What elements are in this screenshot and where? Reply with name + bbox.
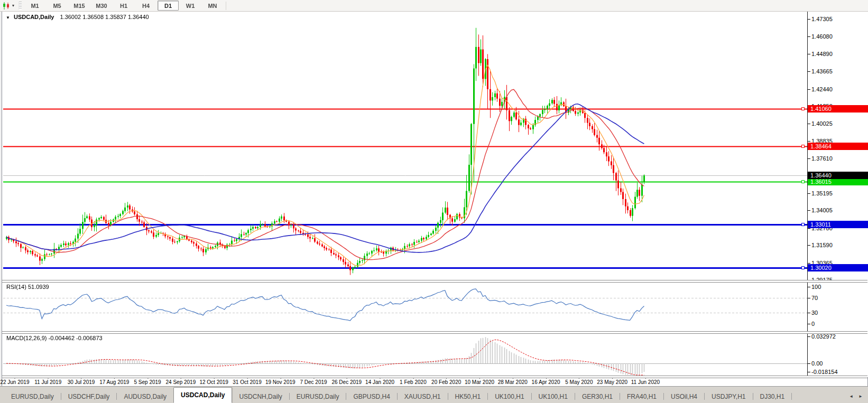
price-level-badge: 1.33011 — [808, 221, 868, 228]
timeframe-button-m15[interactable]: M15 — [69, 1, 90, 11]
timeframe-button-h1[interactable]: H1 — [113, 1, 134, 11]
tab-scroll-arrows: ◄► — [849, 394, 868, 403]
date-tick-label: 5 Sep 2019 — [134, 379, 161, 385]
rsi-axis-label: 30 — [811, 310, 818, 316]
price-level-badge: 1.41060 — [808, 105, 868, 113]
toolbar-grip[interactable] — [19, 2, 22, 10]
date-tick-label: 23 May 2020 — [597, 379, 627, 385]
chart-tab-uk100-h1[interactable]: UK100,H1 — [488, 390, 531, 403]
price-tick-label: 1.35195 — [811, 190, 833, 196]
price-tick-label: 1.44890 — [811, 51, 833, 57]
timeframe-button-w1[interactable]: W1 — [180, 1, 201, 11]
price-axis[interactable]: 1.473051.460801.448901.436651.424401.412… — [807, 12, 868, 377]
timeframe-button-m1[interactable]: M1 — [24, 1, 45, 11]
macd-axis-label: 0.032972 — [811, 333, 836, 340]
date-tick-label: 1 Feb 2020 — [400, 379, 427, 385]
date-tick-label: 5 May 2020 — [565, 379, 593, 385]
price-tick-label: 1.43665 — [811, 68, 833, 74]
chart-tab-usdcad-daily[interactable]: USDCAD,Daily — [173, 387, 232, 403]
price-level-badge: 1.30020 — [808, 264, 868, 271]
date-tick-label: 22 Jun 2019 — [0, 379, 29, 385]
date-tick-label: 20 Feb 2020 — [431, 379, 461, 385]
timeframe-buttons: M1M5M15M30H1H4D1W1MN — [24, 1, 224, 11]
date-tick-label: 10 Mar 2020 — [465, 379, 494, 385]
date-tick-label: 17 Aug 2019 — [99, 379, 129, 385]
current-price-badge: 1.36440 — [808, 172, 868, 179]
chart-tab-usdjpy-h1[interactable]: USDJPY,H1 — [705, 390, 752, 403]
timeframe-button-d1[interactable]: D1 — [158, 1, 179, 11]
tab-scroll-left-icon[interactable]: ◄ — [849, 394, 853, 399]
chart-tab-usdchf-daily[interactable]: USDCHF,Daily — [61, 390, 117, 403]
date-tick-label: 19 Nov 2019 — [265, 379, 296, 385]
chart-tab-dj30-h1[interactable]: DJ30,H1 — [753, 390, 792, 403]
rsi-indicator-label: RSI(14) 51.0939 — [6, 284, 49, 290]
tab-divider — [791, 393, 792, 400]
toolbar-separator — [226, 2, 226, 10]
timeframe-button-h4[interactable]: H4 — [135, 1, 156, 11]
pane-splitter-macd[interactable] — [2, 331, 867, 334]
price-tick-label: 1.46080 — [811, 33, 833, 40]
pane-splitter-dates — [2, 376, 867, 378]
chart-tab-audusd-daily[interactable]: AUDUSD,Daily — [117, 390, 173, 403]
rsi-axis-label: 100 — [811, 284, 821, 290]
tab-scroll-right-icon[interactable]: ► — [858, 394, 863, 399]
chart-tab-uk100-h1[interactable]: UK100,H1 — [532, 390, 575, 403]
date-tick-label: 28 Mar 2020 — [498, 379, 528, 385]
chart-tab-hk50-h1[interactable]: HK50,H1 — [448, 390, 488, 403]
chart-tab-gbpusd-h4[interactable]: GBPUSD,H4 — [346, 390, 396, 403]
chart-tab-eurusd-daily[interactable]: EURUSD,Daily — [290, 390, 346, 403]
rsi-axis-label: 0 — [811, 321, 815, 327]
chart-tab-eurusd-daily[interactable]: EURUSD,Daily — [4, 390, 61, 403]
date-tick-label: 11 Jun 2020 — [631, 379, 660, 385]
chart-tab-ger30-h1[interactable]: GER30,H1 — [575, 390, 620, 403]
date-tick-label: 7 Dec 2019 — [300, 379, 327, 385]
chart-canvas[interactable] — [3, 12, 807, 377]
macd-axis-label: -0.018154 — [811, 369, 838, 375]
date-tick-label: 14 Jan 2020 — [365, 379, 394, 385]
chart-tab-bar: EURUSD,DailyUSDCHF,DailyAUDUSD,DailyUSDC… — [0, 386, 868, 403]
timeframe-button-mn[interactable]: MN — [202, 1, 223, 11]
macd-axis-label: 0.00 — [811, 360, 823, 367]
chart-tab-xauusd-h1[interactable]: XAUUSD,H1 — [398, 390, 448, 403]
price-tick-label: 1.31590 — [811, 242, 833, 248]
chart-tab-usoil-h4[interactable]: USOil,H4 — [664, 390, 704, 403]
price-tick-label: 1.40025 — [811, 120, 833, 127]
date-tick-label: 12 Oct 2019 — [199, 379, 228, 385]
date-tick-label: 31 Oct 2019 — [233, 379, 261, 385]
date-tick-label: 26 Dec 2019 — [331, 379, 362, 385]
indicators-icon[interactable] — [0, 1, 12, 11]
chart-tab-fra40-h1[interactable]: FRA40,H1 — [620, 390, 663, 403]
timeframe-button-m5[interactable]: M5 — [47, 1, 68, 11]
timeframe-toolbar: ▾ M1M5M15M30H1H4D1W1MN — [0, 0, 868, 12]
price-level-badge: 1.38464 — [808, 143, 868, 150]
price-tick-label: 1.34005 — [811, 207, 833, 213]
price-tick-label: 1.47305 — [811, 16, 833, 22]
timeframe-button-m30[interactable]: M30 — [91, 1, 112, 11]
date-tick-label: 30 Jul 2019 — [68, 379, 95, 385]
chart-tab-usdcnh-daily[interactable]: USDCNH,Daily — [232, 390, 289, 403]
price-tick-label: 1.37610 — [811, 155, 833, 162]
chart-symbol-period: USDCAD,Daily — [14, 14, 54, 20]
price-tick-label: 1.42440 — [811, 86, 833, 92]
date-tick-label: 24 Sep 2019 — [166, 379, 196, 385]
collapse-caret-icon[interactable]: ▼ — [6, 15, 10, 20]
date-tick-label: 16 Apr 2020 — [532, 379, 560, 385]
chart-ohlc-values: 1.36002 1.36508 1.35837 1.36440 — [60, 14, 149, 20]
dropdown-caret-icon[interactable]: ▾ — [12, 3, 17, 8]
macd-indicator-label: MACD(12,26,9) -0.004462 -0.006873 — [6, 335, 103, 341]
chart-window: ▼ USDCAD,Daily 1.36002 1.36508 1.35837 1… — [2, 11, 868, 388]
chart-title: ▼ USDCAD,Daily 1.36002 1.36508 1.35837 1… — [6, 14, 149, 20]
mt4-terminal: { "toolbar": { "dropdown_caret": "▾", "t… — [0, 0, 868, 403]
rsi-axis-label: 70 — [811, 295, 818, 301]
date-tick-label: 11 Jul 2019 — [34, 379, 61, 385]
pane-splitter-rsi[interactable] — [2, 280, 867, 283]
